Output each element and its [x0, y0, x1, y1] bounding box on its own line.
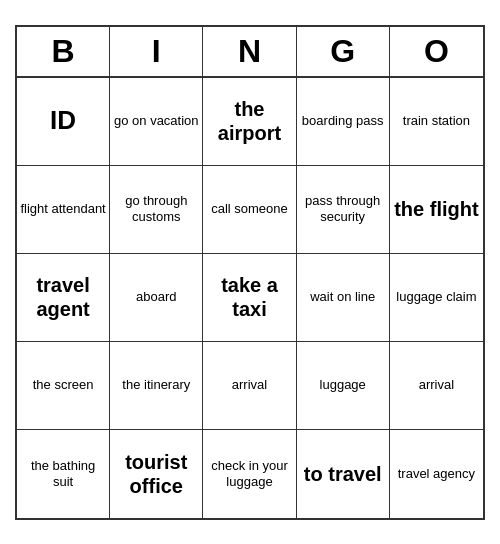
header-letter-N: N: [203, 27, 296, 76]
header-letter-I: I: [110, 27, 203, 76]
bingo-cell-1: go on vacation: [110, 78, 203, 166]
bingo-grid: IDgo on vacationthe airportboarding pass…: [17, 78, 483, 518]
bingo-cell-9: the flight: [390, 166, 483, 254]
bingo-cell-13: wait on line: [297, 254, 390, 342]
bingo-cell-6: go through customs: [110, 166, 203, 254]
bingo-cell-16: the itinerary: [110, 342, 203, 430]
bingo-cell-7: call someone: [203, 166, 296, 254]
bingo-cell-15: the screen: [17, 342, 110, 430]
bingo-cell-21: tourist office: [110, 430, 203, 518]
bingo-cell-2: the airport: [203, 78, 296, 166]
header-letter-G: G: [297, 27, 390, 76]
bingo-cell-8: pass through security: [297, 166, 390, 254]
bingo-cell-14: luggage claim: [390, 254, 483, 342]
bingo-cell-10: travel agent: [17, 254, 110, 342]
bingo-cell-20: the bathing suit: [17, 430, 110, 518]
bingo-header: BINGO: [17, 27, 483, 78]
header-letter-O: O: [390, 27, 483, 76]
bingo-cell-5: flight attendant: [17, 166, 110, 254]
bingo-cell-12: take a taxi: [203, 254, 296, 342]
bingo-cell-11: aboard: [110, 254, 203, 342]
bingo-cell-19: arrival: [390, 342, 483, 430]
header-letter-B: B: [17, 27, 110, 76]
bingo-cell-22: check in your luggage: [203, 430, 296, 518]
bingo-card: BINGO IDgo on vacationthe airportboardin…: [15, 25, 485, 520]
bingo-cell-24: travel agency: [390, 430, 483, 518]
bingo-cell-18: luggage: [297, 342, 390, 430]
bingo-cell-23: to travel: [297, 430, 390, 518]
bingo-cell-17: arrival: [203, 342, 296, 430]
bingo-cell-3: boarding pass: [297, 78, 390, 166]
bingo-cell-0: ID: [17, 78, 110, 166]
bingo-cell-4: train station: [390, 78, 483, 166]
